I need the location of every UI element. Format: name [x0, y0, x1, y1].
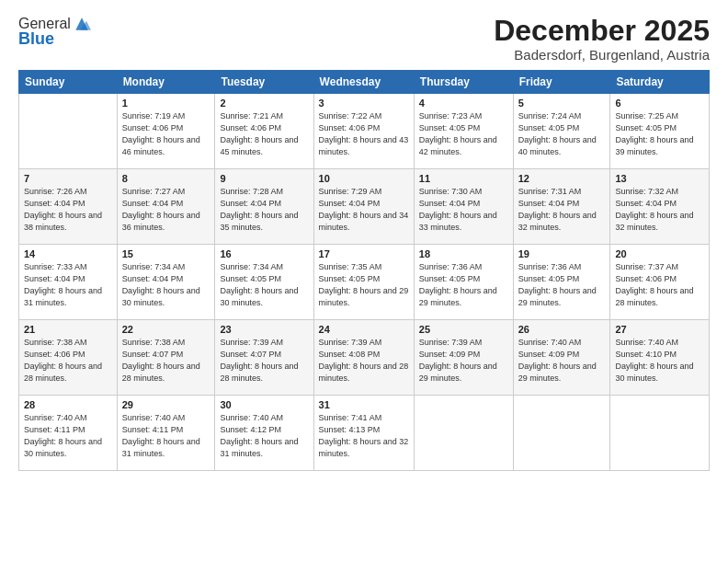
day-detail: Sunrise: 7:34 AM Sunset: 4:05 PM Dayligh…: [220, 261, 308, 309]
day-number: 5: [518, 98, 606, 109]
location: Badersdorf, Burgenland, Austria: [494, 47, 710, 63]
day-cell: 6Sunrise: 7:25 AM Sunset: 4:05 PM Daylig…: [610, 94, 710, 169]
day-number: 23: [220, 324, 308, 335]
day-number: 4: [419, 98, 508, 109]
day-detail: Sunrise: 7:19 AM Sunset: 4:06 PM Dayligh…: [122, 110, 210, 158]
day-detail: Sunrise: 7:36 AM Sunset: 4:05 PM Dayligh…: [518, 261, 606, 309]
day-cell: 2Sunrise: 7:21 AM Sunset: 4:06 PM Daylig…: [215, 94, 313, 169]
day-cell: 10Sunrise: 7:29 AM Sunset: 4:04 PM Dayli…: [313, 169, 414, 245]
day-cell: 18Sunrise: 7:36 AM Sunset: 4:05 PM Dayli…: [414, 245, 513, 320]
logo-icon: [73, 15, 91, 33]
day-cell: [513, 396, 610, 471]
header-row: SundayMondayTuesdayWednesdayThursdayFrid…: [19, 71, 710, 94]
week-row-2: 7Sunrise: 7:26 AM Sunset: 4:04 PM Daylig…: [19, 169, 710, 245]
day-header-monday: Monday: [117, 71, 215, 94]
day-number: 10: [319, 173, 409, 184]
day-cell: 11Sunrise: 7:30 AM Sunset: 4:04 PM Dayli…: [414, 169, 513, 245]
day-number: 16: [220, 248, 308, 259]
day-cell: 9Sunrise: 7:28 AM Sunset: 4:04 PM Daylig…: [215, 169, 313, 245]
day-detail: Sunrise: 7:34 AM Sunset: 4:04 PM Dayligh…: [122, 261, 210, 309]
day-cell: 23Sunrise: 7:39 AM Sunset: 4:07 PM Dayli…: [215, 320, 313, 396]
day-detail: Sunrise: 7:40 AM Sunset: 4:11 PM Dayligh…: [24, 412, 112, 460]
day-number: 22: [122, 324, 210, 335]
day-detail: Sunrise: 7:32 AM Sunset: 4:04 PM Dayligh…: [615, 186, 704, 234]
day-cell: 22Sunrise: 7:38 AM Sunset: 4:07 PM Dayli…: [117, 320, 215, 396]
day-cell: 5Sunrise: 7:24 AM Sunset: 4:05 PM Daylig…: [513, 94, 610, 169]
day-cell: 8Sunrise: 7:27 AM Sunset: 4:04 PM Daylig…: [117, 169, 215, 245]
week-row-5: 28Sunrise: 7:40 AM Sunset: 4:11 PM Dayli…: [19, 396, 710, 471]
day-cell: 20Sunrise: 7:37 AM Sunset: 4:06 PM Dayli…: [610, 245, 710, 320]
week-row-3: 14Sunrise: 7:33 AM Sunset: 4:04 PM Dayli…: [19, 245, 710, 320]
day-detail: Sunrise: 7:40 AM Sunset: 4:10 PM Dayligh…: [615, 337, 704, 385]
day-number: 11: [419, 173, 508, 184]
day-cell: 17Sunrise: 7:35 AM Sunset: 4:05 PM Dayli…: [313, 245, 414, 320]
day-detail: Sunrise: 7:37 AM Sunset: 4:06 PM Dayligh…: [615, 261, 704, 309]
day-number: 3: [319, 98, 409, 109]
day-number: 31: [319, 399, 409, 410]
month-title: December 2025: [494, 15, 710, 47]
day-header-friday: Friday: [513, 71, 610, 94]
day-number: 30: [220, 399, 308, 410]
day-detail: Sunrise: 7:40 AM Sunset: 4:09 PM Dayligh…: [518, 337, 606, 385]
day-number: 9: [220, 173, 308, 184]
day-detail: Sunrise: 7:26 AM Sunset: 4:04 PM Dayligh…: [24, 186, 112, 234]
day-detail: Sunrise: 7:33 AM Sunset: 4:04 PM Dayligh…: [24, 261, 112, 309]
day-cell: 7Sunrise: 7:26 AM Sunset: 4:04 PM Daylig…: [19, 169, 118, 245]
day-cell: 25Sunrise: 7:39 AM Sunset: 4:09 PM Dayli…: [414, 320, 513, 396]
day-detail: Sunrise: 7:29 AM Sunset: 4:04 PM Dayligh…: [319, 186, 409, 234]
day-cell: 27Sunrise: 7:40 AM Sunset: 4:10 PM Dayli…: [610, 320, 710, 396]
day-number: 19: [518, 248, 606, 259]
day-number: 18: [419, 248, 508, 259]
day-detail: Sunrise: 7:40 AM Sunset: 4:12 PM Dayligh…: [220, 412, 308, 460]
day-header-wednesday: Wednesday: [313, 71, 414, 94]
day-detail: Sunrise: 7:30 AM Sunset: 4:04 PM Dayligh…: [419, 186, 508, 234]
day-detail: Sunrise: 7:35 AM Sunset: 4:05 PM Dayligh…: [319, 261, 409, 309]
day-cell: 1Sunrise: 7:19 AM Sunset: 4:06 PM Daylig…: [117, 94, 215, 169]
day-number: 6: [615, 98, 704, 109]
day-detail: Sunrise: 7:38 AM Sunset: 4:06 PM Dayligh…: [24, 337, 112, 385]
day-detail: Sunrise: 7:39 AM Sunset: 4:09 PM Dayligh…: [419, 337, 508, 385]
day-detail: Sunrise: 7:38 AM Sunset: 4:07 PM Dayligh…: [122, 337, 210, 385]
calendar-table: SundayMondayTuesdayWednesdayThursdayFrid…: [18, 70, 710, 471]
day-number: 17: [319, 248, 409, 259]
day-detail: Sunrise: 7:27 AM Sunset: 4:04 PM Dayligh…: [122, 186, 210, 234]
day-number: 20: [615, 248, 704, 259]
day-cell: 16Sunrise: 7:34 AM Sunset: 4:05 PM Dayli…: [215, 245, 313, 320]
day-cell: 28Sunrise: 7:40 AM Sunset: 4:11 PM Dayli…: [19, 396, 118, 471]
day-cell: 4Sunrise: 7:23 AM Sunset: 4:05 PM Daylig…: [414, 94, 513, 169]
day-detail: Sunrise: 7:21 AM Sunset: 4:06 PM Dayligh…: [220, 110, 308, 158]
day-cell: 26Sunrise: 7:40 AM Sunset: 4:09 PM Dayli…: [513, 320, 610, 396]
day-cell: 24Sunrise: 7:39 AM Sunset: 4:08 PM Dayli…: [313, 320, 414, 396]
day-number: 1: [122, 98, 210, 109]
day-number: 2: [220, 98, 308, 109]
header: General Blue December 2025 Badersdorf, B…: [18, 15, 710, 63]
day-detail: Sunrise: 7:36 AM Sunset: 4:05 PM Dayligh…: [419, 261, 508, 309]
day-number: 8: [122, 173, 210, 184]
day-number: 7: [24, 173, 112, 184]
day-number: 28: [24, 399, 112, 410]
day-cell: 3Sunrise: 7:22 AM Sunset: 4:06 PM Daylig…: [313, 94, 414, 169]
day-detail: Sunrise: 7:31 AM Sunset: 4:04 PM Dayligh…: [518, 186, 606, 234]
title-block: December 2025 Badersdorf, Burgenland, Au…: [494, 15, 710, 63]
day-number: 29: [122, 399, 210, 410]
day-detail: Sunrise: 7:39 AM Sunset: 4:07 PM Dayligh…: [220, 337, 308, 385]
day-cell: [19, 94, 118, 169]
day-number: 27: [615, 324, 704, 335]
day-detail: Sunrise: 7:40 AM Sunset: 4:11 PM Dayligh…: [122, 412, 210, 460]
day-cell: 19Sunrise: 7:36 AM Sunset: 4:05 PM Dayli…: [513, 245, 610, 320]
day-cell: 14Sunrise: 7:33 AM Sunset: 4:04 PM Dayli…: [19, 245, 118, 320]
day-detail: Sunrise: 7:39 AM Sunset: 4:08 PM Dayligh…: [319, 337, 409, 385]
day-cell: 15Sunrise: 7:34 AM Sunset: 4:04 PM Dayli…: [117, 245, 215, 320]
day-number: 21: [24, 324, 112, 335]
day-cell: 29Sunrise: 7:40 AM Sunset: 4:11 PM Dayli…: [117, 396, 215, 471]
day-number: 25: [419, 324, 508, 335]
day-cell: 30Sunrise: 7:40 AM Sunset: 4:12 PM Dayli…: [215, 396, 313, 471]
day-cell: 31Sunrise: 7:41 AM Sunset: 4:13 PM Dayli…: [313, 396, 414, 471]
day-number: 14: [24, 248, 112, 259]
day-detail: Sunrise: 7:25 AM Sunset: 4:05 PM Dayligh…: [615, 110, 704, 158]
calendar-page: General Blue December 2025 Badersdorf, B…: [0, 0, 728, 563]
day-detail: Sunrise: 7:28 AM Sunset: 4:04 PM Dayligh…: [220, 186, 308, 234]
day-header-tuesday: Tuesday: [215, 71, 313, 94]
day-number: 24: [319, 324, 409, 335]
day-detail: Sunrise: 7:23 AM Sunset: 4:05 PM Dayligh…: [419, 110, 508, 158]
